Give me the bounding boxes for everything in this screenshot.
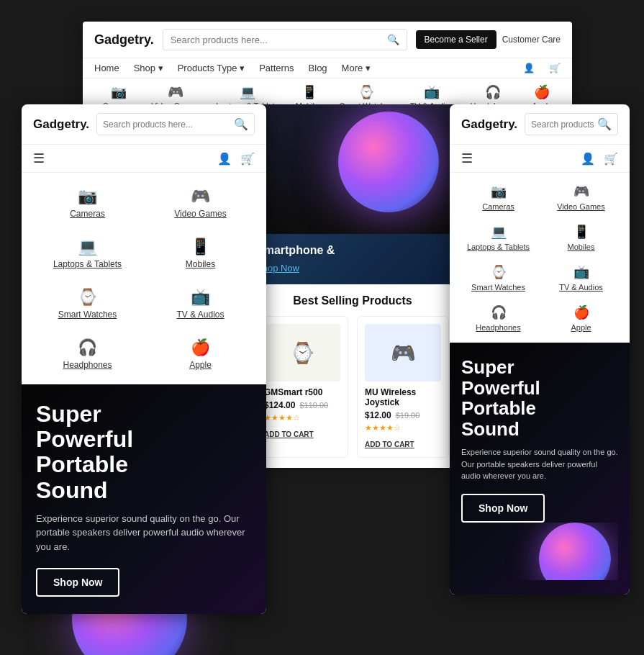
mobile-v2-cat-tv-audios[interactable]: TV & Audios	[541, 259, 621, 297]
mobile-cat-apple[interactable]: Apple	[146, 331, 255, 377]
mobile-v2-categories: Cameras Video Games Laptops & Tablets Mo…	[450, 173, 630, 343]
mobile-icon	[301, 84, 317, 100]
middle-hero-image	[245, 104, 461, 234]
product-prices-1: $124.00 $110.00	[264, 400, 340, 410]
mobile-hero-description: Experience superior sound quality on the…	[36, 512, 252, 554]
mobile-v2-header: Gadgetry. 🔍	[450, 104, 630, 145]
mobile-v2-search-input[interactable]	[531, 119, 594, 130]
cat-label-headphones: Headphones	[63, 360, 112, 370]
price-current-2: $12.00	[365, 410, 391, 420]
mobile-v2-cat-video-games[interactable]: Video Games	[541, 179, 621, 216]
add-to-cart-button-2[interactable]: ADD TO CART	[365, 441, 414, 448]
mobile-v2-toolbar: ☰ 👤 🛒	[450, 145, 630, 173]
toolbar-icons: 👤 🛒	[217, 152, 255, 166]
nav-home[interactable]: Home	[94, 63, 119, 73]
nav-products-type[interactable]: Products Type ▾	[178, 63, 245, 73]
laptop-icon	[240, 84, 255, 100]
laptop-icon	[78, 238, 97, 256]
mobile-v2-cat-mobiles[interactable]: Mobiles	[541, 219, 621, 256]
cat-label-laptops: Laptops & Tablets	[53, 259, 122, 269]
apple-icon	[573, 304, 589, 320]
desktop-header-actions: Become a Seller Customer Care	[416, 30, 561, 49]
best-selling-title: Best Selling Products	[256, 294, 449, 307]
gamepad-icon	[168, 84, 183, 100]
mobile-cat-video-games[interactable]: Video Games	[146, 180, 255, 226]
mobile-v2-sphere-container	[461, 523, 618, 580]
cat-label-mobiles: Mobiles	[568, 243, 595, 251]
shop-now-button[interactable]: Shop Now	[36, 568, 119, 597]
cat-label-mobiles: Mobiles	[186, 259, 215, 269]
product-card-2: 🎮 MU Wireless Joystick $12.00 $19.00 ★★★…	[357, 316, 449, 458]
nav-more[interactable]: More ▾	[342, 63, 371, 73]
tv-icon	[191, 288, 210, 307]
apple-icon	[191, 338, 210, 357]
watch-icon	[491, 264, 507, 280]
cat-label-cameras: Cameras	[482, 202, 514, 211]
cart-icon[interactable]: 🛒	[240, 152, 255, 166]
search-icon: 🔍	[597, 117, 612, 131]
gamepad-icon	[191, 187, 210, 206]
camera-icon	[491, 184, 507, 199]
nav-shop[interactable]: Shop ▾	[134, 63, 163, 73]
cat-label-video-games: Video Games	[174, 209, 227, 219]
desktop-logo: Gadgetry.	[94, 32, 154, 48]
cat-label-tv-audios: TV & Audios	[176, 310, 224, 320]
toolbar-icons-v2: 👤 🛒	[581, 152, 618, 166]
tv-icon	[573, 264, 589, 280]
product-grid: ⌚ GMSmart r500 $124.00 $110.00 ★★★★☆ ADD…	[256, 316, 449, 458]
mobile-search-bar[interactable]: 🔍	[96, 113, 255, 135]
cart-icon[interactable]: 🛒	[549, 63, 561, 73]
tv-icon	[424, 84, 440, 100]
customer-care-link[interactable]: Customer Care	[502, 35, 561, 45]
nav-patterns[interactable]: Patterns	[259, 63, 294, 73]
mobile-cat-tv-audios[interactable]: TV & Audios	[146, 281, 255, 327]
mobile-v2-hero: Super Powerful Portable Sound Experience…	[450, 343, 630, 595]
cat-label-apple: Apple	[189, 360, 212, 370]
promo-card: Smartphone & Shop Now	[245, 234, 461, 284]
cat-label-video-games: Video Games	[557, 202, 604, 211]
mobile-v2: Gadgetry. 🔍 ☰ 👤 🛒 Cameras Video Games La…	[450, 104, 630, 595]
headphone-icon	[78, 338, 97, 357]
become-seller-button[interactable]: Become a Seller	[416, 30, 496, 49]
hamburger-menu[interactable]: ☰	[33, 150, 45, 166]
watch-icon	[78, 288, 97, 307]
product-stars-1: ★★★★☆	[264, 413, 340, 423]
promo-title: Smartphone &	[256, 244, 449, 257]
mobile-cat-mobiles[interactable]: Mobiles	[146, 230, 255, 276]
mobile-v2-search-bar[interactable]: 🔍	[525, 113, 618, 135]
mobile-v2-cat-cameras[interactable]: Cameras	[458, 179, 538, 216]
mobile-cat-laptops[interactable]: Laptops & Tablets	[33, 230, 142, 276]
nav-blog[interactable]: Blog	[309, 63, 327, 73]
headphone-icon	[491, 304, 507, 320]
desktop-header: Gadgetry. Become a Seller Customer Care	[83, 22, 572, 58]
mobile-v2-cat-smart-watches[interactable]: Smart Watches	[458, 259, 538, 297]
user-icon-v2[interactable]: 👤	[581, 152, 595, 166]
product-name-1: GMSmart r500	[264, 387, 340, 397]
mobile-v2-cat-laptops[interactable]: Laptops & Tablets	[458, 219, 538, 256]
cat-label-smart-watches: Smart Watches	[471, 283, 525, 292]
mobile-cat-cameras[interactable]: Cameras	[33, 180, 142, 226]
cat-label-laptops: Laptops & Tablets	[467, 243, 530, 251]
user-icon[interactable]: 👤	[523, 63, 535, 73]
mobile-search-input[interactable]	[103, 119, 230, 130]
camera-icon	[111, 84, 127, 100]
product-prices-2: $12.00 $19.00	[365, 410, 441, 420]
desktop-search-bar[interactable]	[163, 29, 407, 50]
desktop-search-input[interactable]	[171, 35, 383, 45]
mobile-cat-headphones[interactable]: Headphones	[33, 331, 142, 377]
user-icon[interactable]: 👤	[217, 152, 232, 166]
cat-label-cameras: Cameras	[70, 209, 105, 219]
product-card-1: ⌚ GMSmart r500 $124.00 $110.00 ★★★★☆ ADD…	[256, 316, 348, 458]
mobile-v2-cat-apple[interactable]: Apple	[541, 299, 621, 337]
cart-icon-v2[interactable]: 🛒	[604, 152, 618, 166]
mobile-cat-smart-watches[interactable]: Smart Watches	[33, 281, 142, 327]
mobile-v2-shop-now-button[interactable]: Shop Now	[461, 494, 545, 523]
hamburger-menu-v2[interactable]: ☰	[461, 150, 473, 166]
cat-label-headphones: Headphones	[476, 323, 520, 332]
mobile-v2-cat-headphones[interactable]: Headphones	[458, 299, 538, 337]
best-selling-section: Best Selling Products ⌚ GMSmart r500 $12…	[245, 284, 461, 468]
add-to-cart-button-1[interactable]: ADD TO CART	[264, 430, 314, 438]
watch-icon	[358, 84, 374, 100]
apple-icon	[534, 84, 550, 100]
mobile-v1: Gadgetry. 🔍 ☰ 👤 🛒 Cameras Video Games La…	[22, 104, 266, 614]
